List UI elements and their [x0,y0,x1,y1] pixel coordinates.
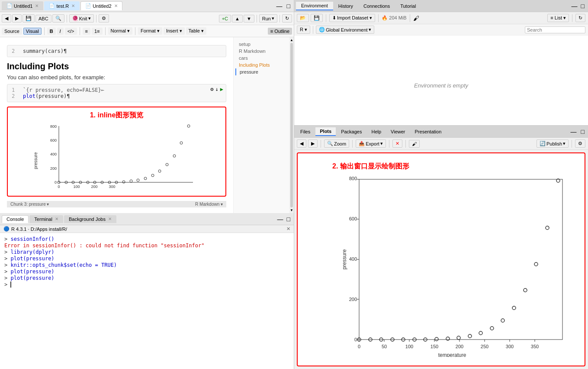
console-cursor-line[interactable]: > [4,282,289,288]
list-view-button[interactable]: ≡ List ▾ [547,14,569,22]
knit-button[interactable]: 🧶 Knit ▾ [69,14,94,23]
brush-plot-button[interactable]: 🖌 [409,140,420,148]
minimize-env-icon[interactable]: — [570,3,579,10]
tab-help[interactable]: Help [367,128,386,136]
insert-dropdown[interactable]: Insert ▾ [164,27,185,35]
chunk-run-icon[interactable]: ▶ [220,86,223,92]
tab-tutorial[interactable]: Tutorial [395,2,421,10]
zoom-button[interactable]: 🔍 Zoom [324,139,349,148]
plots-settings-button[interactable]: ⚙ [575,139,585,148]
prev-plot-button[interactable]: ◀ [297,139,306,148]
editor-area: 2 summary(cars)¶ Including Plots You can… [0,37,294,213]
svg-text:temperature: temperature [438,352,466,357]
save-button[interactable]: 💾 [22,14,35,23]
tab-plots[interactable]: Plots [315,127,336,136]
global-env-dropdown[interactable]: 🌐 Global Environment ▾ [316,26,374,34]
tab-test-r[interactable]: 📄 test.R ✕ [44,1,80,10]
console-cmd: library(dplyr) [10,249,54,255]
chunk-settings-icon[interactable]: ⚙ [210,86,213,92]
chunk-name[interactable]: Chunk 3: pressure ▾ [10,202,49,207]
maximize-env-icon[interactable]: □ [579,3,586,10]
close-icon[interactable]: ✕ [71,3,75,8]
search-button[interactable]: 🔍 [52,14,64,23]
spell-check-button[interactable]: ABC [35,15,51,23]
tab-history[interactable]: History [333,2,358,10]
delete-plot-button[interactable]: ✕ [392,139,402,148]
separator [405,140,406,148]
scroll-up-icon[interactable]: ▲ [290,38,293,42]
tab-terminal[interactable]: Terminal ✕ [29,215,63,223]
brush-icon[interactable]: 🖌 [413,15,419,22]
outline-item-setup[interactable]: setup [235,41,288,48]
source-button[interactable]: Source [2,28,22,35]
italic-button[interactable]: I [57,28,64,35]
outline-item-including-plots[interactable]: Including Plots [235,62,288,68]
tab-packages[interactable]: Packages [337,128,366,136]
bold-button[interactable]: B [47,28,56,35]
tab-presentation[interactable]: Presentation [411,128,446,136]
tab-background-jobs[interactable]: Background Jobs ✕ [64,215,116,223]
normal-dropdown[interactable]: Normal ▾ [108,27,133,35]
scroll-track[interactable]: ▲ ▼ [289,37,294,213]
close-icon[interactable]: ✕ [55,217,58,221]
scroll-down-icon[interactable]: ▼ [290,208,293,212]
minimize-plots-icon[interactable]: — [569,128,578,135]
next-plot-button[interactable]: ▶ [308,139,318,148]
svg-text:0: 0 [58,184,60,189]
code-inline-button[interactable]: </> [65,28,77,35]
table-dropdown[interactable]: Table ▾ [186,27,206,35]
plots-toolbar: ◀ ▶ 🔍 Zoom 📤 Export ▾ ✕ 🖌 🔄 [294,138,588,150]
knit-dropdown-icon: ▾ [88,16,91,21]
rerun-button[interactable]: ↻ [282,14,292,23]
tab-environment[interactable]: Environment [296,2,333,10]
outline-item-cars[interactable]: cars [235,55,288,62]
minimize-console-icon[interactable]: — [276,216,285,223]
tab-console[interactable]: Console [2,215,29,223]
up-button[interactable]: ▲ [232,15,243,23]
settings-button[interactable]: ⚙ [99,14,109,23]
load-workspace-button[interactable]: 📂 [297,14,309,22]
maximize-icon[interactable]: □ [285,3,292,10]
close-icon[interactable]: ✕ [114,3,118,8]
tab-untitled2[interactable]: 📄 Untitled2 ✕ [80,1,122,10]
publish-button[interactable]: 🔄 Publish ▾ [537,139,569,148]
editor-content[interactable]: 2 summary(cars)¶ Including Plots You can… [0,37,233,213]
export-button[interactable]: 📤 Export ▾ [356,139,386,148]
save-workspace-button[interactable]: 💾 [311,14,323,22]
r-dropdown[interactable]: R ▾ [297,26,310,34]
tab-untitled1[interactable]: 📄 Untitled1 ✕ [2,1,43,10]
import-dataset-button[interactable]: ⬇ Import Dataset ▾ [329,14,375,22]
run-dropdown-icon: ▾ [272,16,274,21]
run-button[interactable]: Run ▾ [259,14,277,23]
tab-connections[interactable]: Connections [358,2,395,10]
tab-files[interactable]: Files [296,128,315,136]
minimize-icon[interactable]: — [275,3,284,10]
visual-button[interactable]: Visual [23,28,42,35]
format-dropdown[interactable]: Format ▾ [138,27,162,35]
back-button[interactable]: ◀ [2,14,11,23]
outline-button[interactable]: ≡ Outline [268,28,292,35]
chunk-run-down-icon[interactable]: ↓ [215,86,218,92]
maximize-plots-icon[interactable]: □ [579,128,586,135]
bullet-list-button[interactable]: ≡ [83,28,90,35]
down-button[interactable]: ▼ [244,15,254,23]
forward-button[interactable]: ▶ [12,14,22,23]
console-content[interactable]: > sessionInfor() Error in sessionInfor()… [0,233,294,369]
svg-point-23 [137,179,139,181]
tab-viewer[interactable]: Viewer [386,128,409,136]
console-clear-icon[interactable]: ✕ [286,226,290,232]
separator [378,14,379,22]
close-icon[interactable]: ✕ [35,3,39,8]
code-chunk[interactable]: ⚙ ↓ ▶ 1 `{r pressure, echo=FALSE}← 2 plo… [7,84,226,102]
r-markdown-status: R Markdown ▾ [195,202,223,207]
svg-text:400: 400 [349,256,357,262]
ordered-list-button[interactable]: 1≡ [92,28,103,35]
refresh-button[interactable]: ↻ [575,14,585,22]
plots-panel: Files Plots Packages Help Viewer Present… [294,126,588,369]
add-chunk-button[interactable]: +C [219,15,231,23]
close-icon[interactable]: ✕ [108,217,112,221]
outline-item-pressure[interactable]: pressure [235,68,288,75]
outline-item-rmarkdown[interactable]: R Markdown [235,48,288,55]
maximize-console-icon[interactable]: □ [285,216,292,223]
env-search-input[interactable] [525,26,585,33]
